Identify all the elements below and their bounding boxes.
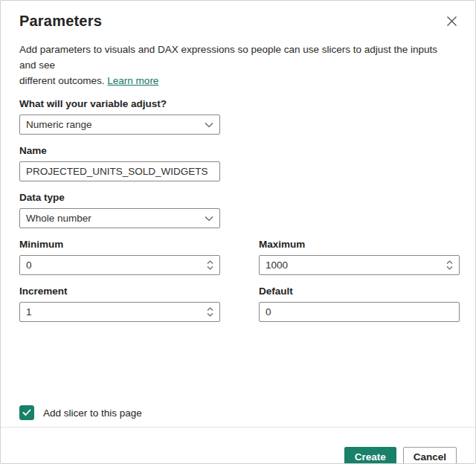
parameters-dialog: Parameters Add parameters to visuals and… [0,0,476,464]
increment-input[interactable] [26,306,202,318]
minimum-spinner[interactable] [207,260,213,270]
maximum-label: Maximum [259,238,460,251]
description-line1: Add parameters to visuals and DAX expres… [19,44,437,71]
close-icon [446,16,457,29]
chevron-up-icon [207,307,213,312]
chevron-up-icon [207,260,213,265]
add-slicer-label[interactable]: Add slicer to this page [43,407,142,419]
adjust-dropdown[interactable]: Numeric range [19,115,220,135]
name-label: Name [19,144,457,157]
dialog-footer: Create Cancel [19,447,457,464]
min-max-row: Minimum Maximum [19,228,457,275]
description-line2: different outcomes. [19,75,105,86]
name-input[interactable] [26,166,213,177]
chevron-down-icon [446,265,453,270]
learn-more-link[interactable]: Learn more [107,75,158,86]
increment-label: Increment [19,285,220,297]
data-type-dropdown-value: Whole number [26,213,200,224]
name-field-container [19,161,220,181]
dialog-description: Add parameters to visuals and DAX expres… [19,42,455,88]
footer-divider [1,427,475,428]
page-title: Parameters [19,12,102,30]
checkmark-icon [22,406,31,419]
default-field-container [259,302,460,322]
data-type-label: Data type [19,191,457,204]
default-input[interactable] [266,306,453,318]
chevron-down-icon [207,265,213,270]
create-button[interactable]: Create [344,447,396,464]
adjust-dropdown-value: Numeric range [26,119,200,130]
cancel-button[interactable]: Cancel [403,447,457,464]
maximum-input[interactable] [266,260,442,271]
minimum-input[interactable] [26,260,202,271]
add-slicer-checkbox[interactable] [19,405,34,420]
maximum-spinner[interactable] [446,260,453,270]
chevron-down-icon [205,122,213,128]
adjust-label: What will your variable adjust? [19,97,457,110]
maximum-field-container [259,255,460,275]
increment-default-row: Increment Default [19,275,457,322]
default-label: Default [259,285,460,297]
increment-spinner[interactable] [207,307,213,317]
minimum-label: Minimum [19,238,220,251]
chevron-down-icon [205,216,213,222]
minimum-field-container [19,255,220,275]
close-button[interactable] [443,13,460,31]
chevron-up-icon [446,260,453,265]
add-slicer-row: Add slicer to this page [19,405,457,420]
data-type-dropdown[interactable]: Whole number [19,208,220,228]
dialog-header: Parameters [19,10,457,31]
chevron-down-icon [207,312,213,317]
increment-field-container [19,302,220,322]
